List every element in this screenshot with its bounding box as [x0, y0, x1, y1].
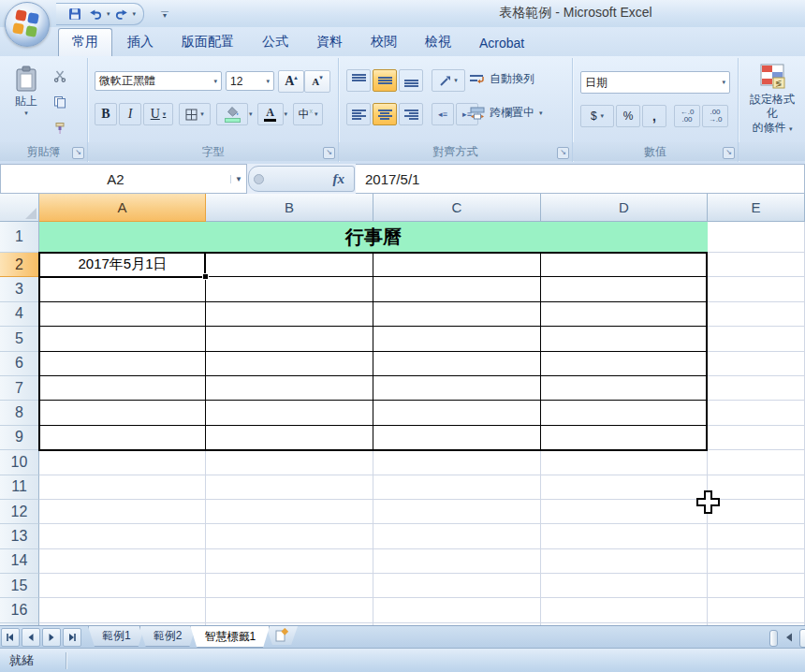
paste-button[interactable]: 貼上 ▾: [6, 66, 47, 117]
font-name-combo[interactable]: 微軟正黑體▾: [95, 71, 222, 91]
merge-center-button[interactable]: 跨欄置中 ▾: [470, 105, 543, 121]
cell-A6[interactable]: [39, 352, 206, 376]
grow-font-button[interactable]: A▴: [278, 70, 304, 93]
select-all-corner[interactable]: [0, 194, 39, 222]
percent-format-button[interactable]: %: [616, 105, 640, 127]
cell-E9[interactable]: [708, 426, 805, 450]
ribbon-tab-7[interactable]: Acrobat: [466, 31, 537, 56]
align-center-button[interactable]: [373, 103, 397, 125]
merge-center-dropdown-icon[interactable]: ▾: [539, 110, 543, 117]
next-sheet-button[interactable]: [42, 628, 61, 647]
cut-button[interactable]: [49, 66, 71, 86]
cell-B16[interactable]: [206, 598, 373, 622]
cell-C15[interactable]: [373, 574, 541, 598]
cell-A5[interactable]: [39, 327, 206, 351]
cell-B2[interactable]: [206, 253, 373, 277]
cell-D14[interactable]: [541, 549, 708, 574]
font-color-dropdown-icon[interactable]: ▾: [285, 110, 288, 118]
row-header-10[interactable]: 10: [0, 450, 39, 475]
cell-C3[interactable]: [373, 277, 541, 301]
row-header-4[interactable]: 4: [0, 302, 39, 327]
cell-C7[interactable]: [373, 376, 541, 401]
name-box-dropdown-icon[interactable]: ▼: [230, 175, 246, 183]
ribbon-tab-4[interactable]: 資料: [303, 29, 356, 56]
cell-A16[interactable]: [39, 598, 206, 622]
cell-D10[interactable]: [541, 450, 708, 475]
cell-B4[interactable]: [206, 302, 373, 327]
cell-C10[interactable]: [373, 450, 541, 475]
cell-D4[interactable]: [541, 302, 708, 327]
cell-B14[interactable]: [206, 549, 373, 574]
cell-A7[interactable]: [39, 376, 206, 401]
cell-E1[interactable]: [708, 222, 805, 253]
sheet-tab-2[interactable]: 智慧標籤1: [190, 626, 270, 648]
cell-D7[interactable]: [541, 376, 708, 401]
column-header-E[interactable]: E: [708, 194, 805, 222]
cell-E6[interactable]: [708, 352, 805, 376]
redo-icon[interactable]: [112, 6, 131, 22]
cell-A3[interactable]: [39, 277, 206, 301]
ribbon-tab-3[interactable]: 公式: [249, 29, 301, 56]
cell-B13[interactable]: [206, 524, 373, 548]
cell-E14[interactable]: [708, 549, 805, 574]
row-header-5[interactable]: 5: [0, 327, 39, 351]
number-format-combo[interactable]: 日期▾: [580, 71, 730, 94]
cell-A12[interactable]: [39, 500, 206, 524]
column-header-D[interactable]: D: [541, 194, 708, 222]
align-bottom-button[interactable]: [399, 69, 423, 92]
hscroll-left-arrow[interactable]: [781, 629, 798, 646]
cell-C6[interactable]: [373, 352, 541, 376]
cell-C14[interactable]: [373, 549, 541, 574]
row-header-12[interactable]: 12: [0, 500, 39, 524]
fill-handle[interactable]: [202, 273, 209, 280]
fill-color-dropdown-icon[interactable]: ▾: [249, 110, 253, 118]
cell-D6[interactable]: [541, 352, 708, 376]
cell-E5[interactable]: [708, 327, 805, 351]
borders-button[interactable]: ▾: [179, 103, 211, 125]
phonetic-button[interactable]: 中x▾: [293, 103, 323, 125]
cell-B3[interactable]: [206, 277, 373, 301]
copy-button[interactable]: [49, 92, 71, 112]
row-header-16[interactable]: 16: [0, 598, 39, 622]
cell-B10[interactable]: [206, 450, 373, 475]
customize-quick-access-icon[interactable]: —▾: [157, 5, 172, 22]
align-middle-button[interactable]: [373, 69, 397, 92]
shrink-font-button[interactable]: A▾: [304, 70, 330, 93]
font-dialog-launcher-icon[interactable]: ↘: [323, 147, 335, 159]
cell-B5[interactable]: [206, 327, 373, 351]
undo-dropdown-icon[interactable]: ▾: [107, 10, 110, 18]
cell-E2[interactable]: [708, 253, 805, 277]
cell-C4[interactable]: [373, 302, 541, 327]
cell-E15[interactable]: [708, 574, 805, 598]
row-header-6[interactable]: 6: [0, 352, 39, 376]
cell-A4[interactable]: [39, 302, 206, 327]
cell-D3[interactable]: [541, 277, 708, 301]
cell-C11[interactable]: [373, 475, 541, 500]
cell-A2[interactable]: 2017年5月1日: [39, 253, 206, 277]
cell-E16[interactable]: [708, 598, 805, 622]
row-header-14[interactable]: 14: [0, 549, 39, 574]
row-header-7[interactable]: 7: [0, 376, 39, 401]
column-header-B[interactable]: B: [206, 194, 373, 222]
cell-D2[interactable]: [541, 253, 708, 277]
cell-A15[interactable]: [39, 574, 206, 598]
cell-E13[interactable]: [708, 524, 805, 548]
cell-D5[interactable]: [541, 327, 708, 351]
cell-D15[interactable]: [541, 574, 708, 598]
undo-icon[interactable]: [86, 6, 105, 22]
cell-C13[interactable]: [373, 524, 541, 548]
format-painter-button[interactable]: [49, 118, 71, 139]
formula-bar-grip-icon[interactable]: [254, 174, 264, 184]
fill-color-button[interactable]: [216, 103, 248, 125]
previous-sheet-button[interactable]: [22, 628, 40, 647]
font-color-button[interactable]: A: [257, 103, 284, 125]
cell-A13[interactable]: [39, 524, 206, 548]
first-sheet-button[interactable]: [1, 628, 20, 647]
currency-format-button[interactable]: $▾: [580, 105, 614, 127]
cell-C5[interactable]: [373, 327, 541, 351]
cell-C12[interactable]: [373, 500, 541, 524]
cell-C16[interactable]: [373, 598, 541, 622]
ribbon-tab-1[interactable]: 插入: [114, 29, 167, 56]
paste-dropdown-icon[interactable]: ▾: [6, 110, 47, 117]
number-dialog-launcher-icon[interactable]: ↘: [723, 147, 735, 159]
